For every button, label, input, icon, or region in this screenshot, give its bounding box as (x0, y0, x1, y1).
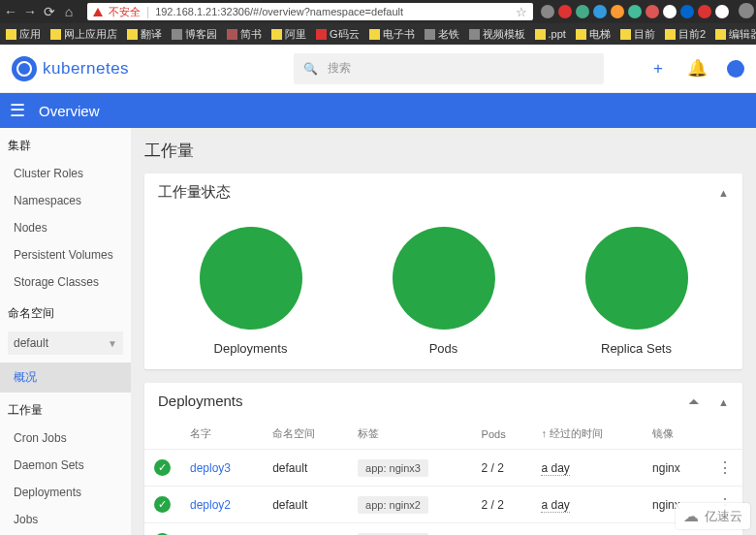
deployment-link[interactable]: deploy2 (190, 498, 231, 512)
content-area: 工作量 工作量状态 ▲ DeploymentsPodsReplica Sets … (131, 128, 756, 535)
extensions-row (541, 5, 729, 18)
extension-icon[interactable] (715, 5, 729, 18)
sidebar: 集群 Cluster RolesNamespacesNodesPersisten… (0, 128, 131, 535)
extension-icon[interactable] (611, 5, 624, 18)
url-bar[interactable]: 不安全 | 192.168.1.21:32306/#/overview?name… (87, 3, 533, 20)
sidebar-item[interactable]: Nodes (0, 214, 131, 241)
search-icon: 🔍 (303, 62, 318, 76)
status-ok-icon: ✓ (154, 459, 171, 476)
bookmark-item[interactable]: 视频模板 (469, 27, 525, 42)
status-chart: Pods (393, 227, 495, 356)
notifications-icon[interactable]: 🔔 (688, 60, 706, 78)
bookmark-item[interactable]: 网上应用店 (50, 27, 117, 42)
bookmark-item[interactable]: G码云 (316, 27, 360, 42)
col-images[interactable]: 镜像 (643, 419, 708, 450)
bookmark-item[interactable]: .ppt (535, 28, 566, 40)
col-name[interactable]: 名字 (180, 419, 263, 450)
cell-namespace: default (263, 523, 348, 536)
sidebar-item[interactable]: Jobs (0, 506, 131, 533)
cell-age: a day (541, 498, 569, 513)
search-input[interactable]: 🔍 搜索 (294, 53, 604, 84)
workloads-title: 工作量 (144, 140, 742, 162)
cell-age: a day (541, 461, 569, 476)
watermark-text: 亿速云 (705, 508, 742, 525)
sidebar-item[interactable]: Cron Jobs (0, 425, 131, 452)
sidebar-item-overview[interactable]: 概况 (0, 362, 131, 393)
collapse-icon[interactable]: ▲ (718, 396, 729, 408)
create-icon[interactable]: + (649, 60, 667, 78)
table-row: ✓deploy2defaultapp: nginx22 / 2a dayngin… (144, 487, 742, 523)
account-icon[interactable] (727, 60, 744, 78)
label-chip: app: nginx2 (358, 496, 428, 514)
col-age[interactable]: ↑经过的时间 (531, 419, 643, 450)
profile-icon[interactable] (739, 3, 752, 21)
collapse-icon[interactable]: ▲ (718, 187, 729, 199)
menu-icon[interactable]: ☰ (10, 100, 25, 121)
extension-icon[interactable] (646, 5, 659, 18)
status-ok-icon: ✓ (154, 496, 171, 513)
workload-status-card: 工作量状态 ▲ DeploymentsPodsReplica Sets (144, 173, 742, 369)
warning-icon (93, 8, 103, 16)
sidebar-item[interactable]: Persistent Volumes (0, 241, 131, 268)
bookmark-item[interactable]: 简书 (227, 27, 262, 42)
chevron-down-icon: ▼ (108, 338, 117, 349)
bookmark-item[interactable]: 编辑器 (715, 27, 756, 42)
pie-chart-icon (200, 227, 302, 330)
bookmark-item[interactable]: 电梯 (576, 27, 611, 42)
filter-icon[interactable]: ⏶ (687, 393, 701, 409)
page-header-bar: ☰ Overview (0, 93, 756, 128)
forward-icon[interactable]: → (23, 4, 37, 19)
bookmark-star-icon[interactable]: ☆ (516, 5, 527, 19)
pie-chart-icon (393, 227, 495, 330)
pie-chart-icon (585, 227, 688, 330)
url-text: 192.168.1.21:32306/#/overview?namespace=… (155, 6, 403, 17)
sidebar-workloads-head: 工作量 (0, 393, 131, 425)
extension-icon[interactable] (628, 5, 642, 18)
kubernetes-logo-icon (12, 56, 37, 81)
bookmark-item[interactable]: 翻译 (127, 27, 162, 42)
browser-nav-bar: ← → ⟳ ⌂ 不安全 | 192.168.1.21:32306/#/overv… (0, 0, 756, 23)
cloud-icon: ☁ (683, 507, 699, 525)
sidebar-item[interactable]: Cluster Roles (0, 160, 131, 187)
sidebar-namespace-head: 命名空间 (0, 296, 131, 328)
extension-icon[interactable] (576, 5, 589, 18)
bookmark-item[interactable]: 电子书 (369, 27, 415, 42)
sidebar-item[interactable]: Namespaces (0, 187, 131, 214)
cell-pods: 2 / 2 (472, 523, 532, 536)
namespace-select[interactable]: default ▼ (8, 331, 123, 355)
extension-icon[interactable] (558, 5, 572, 18)
deployment-link[interactable]: deploy3 (190, 461, 231, 475)
extension-icon[interactable] (593, 5, 607, 18)
logo[interactable]: kubernetes (12, 56, 129, 81)
col-namespace[interactable]: 命名空间 (263, 419, 348, 450)
bookmark-item[interactable]: 老铁 (425, 27, 459, 42)
bookmark-item[interactable]: 博客园 (172, 27, 217, 42)
row-menu-icon[interactable]: ⋮ (717, 459, 733, 476)
label-chip: app: nginx3 (358, 459, 428, 477)
cell-image: nginx (643, 450, 708, 487)
deployments-card: Deployments ⏶ ▲ 名字 命名空间 标签 Pods ↑经过的时间 镜… (144, 383, 742, 535)
table-row: ✓deploy3defaultapp: nginx32 / 2a dayngin… (144, 450, 742, 487)
bookmark-item[interactable]: 应用 (6, 27, 41, 42)
sidebar-item[interactable]: Storage Classes (0, 268, 131, 296)
bookmark-item[interactable]: 阿里 (271, 27, 306, 42)
extension-icon[interactable] (541, 5, 554, 18)
status-chart: Deployments (200, 227, 302, 356)
back-icon[interactable]: ← (4, 4, 17, 19)
extension-icon[interactable] (663, 5, 677, 18)
col-labels[interactable]: 标签 (348, 419, 472, 450)
namespace-value: default (14, 336, 48, 350)
reload-icon[interactable]: ⟳ (43, 4, 56, 19)
watermark: ☁ 亿速云 (676, 503, 750, 529)
home-icon[interactable]: ⌂ (62, 4, 76, 19)
sidebar-item[interactable]: Daemon Sets (0, 452, 131, 479)
sidebar-item[interactable]: Deployments (0, 479, 131, 506)
app-name: kubernetes (43, 59, 129, 79)
col-pods[interactable]: Pods (472, 419, 532, 450)
extension-icon[interactable] (680, 5, 694, 18)
extension-icon[interactable] (698, 5, 711, 18)
bookmark-item[interactable]: 目前 (620, 27, 655, 42)
status-card-title: 工作量状态 (158, 183, 231, 202)
bookmark-item[interactable]: 目前2 (665, 27, 706, 42)
chart-label: Pods (429, 341, 458, 356)
